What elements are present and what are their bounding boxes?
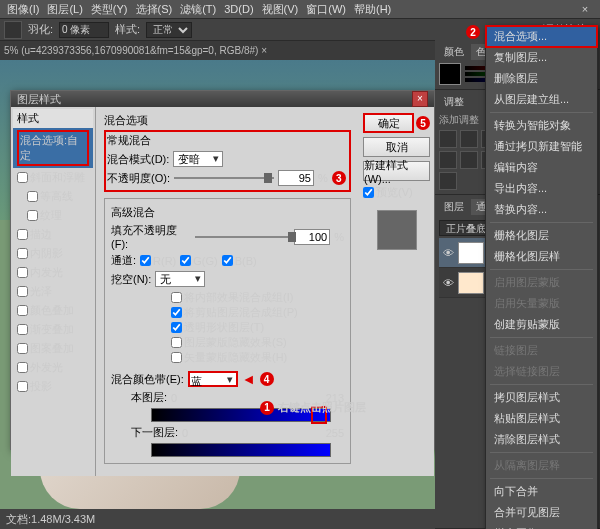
style-contour[interactable]: 等高线 xyxy=(13,187,93,206)
tool-marquee-icon[interactable] xyxy=(4,21,22,39)
foreground-color[interactable] xyxy=(439,63,461,85)
ctx-item[interactable]: 拷贝图层样式 xyxy=(486,387,597,408)
style-select[interactable]: 正常 xyxy=(146,22,192,38)
window-close-button[interactable]: × xyxy=(570,0,600,18)
feather-label: 羽化: xyxy=(28,22,53,37)
annotation-marker-3: 3 xyxy=(332,171,346,185)
visibility-icon[interactable]: 👁 xyxy=(441,277,455,289)
ctx-item[interactable]: 栅格化图层样 xyxy=(486,246,597,267)
blend-mode-select[interactable]: 变暗 xyxy=(173,151,223,167)
tab-layers[interactable]: 图层 xyxy=(439,199,469,215)
menu-item[interactable]: 类型(Y) xyxy=(88,2,131,17)
ctx-item[interactable]: 向下合并 xyxy=(486,481,597,502)
cancel-button[interactable]: 取消 xyxy=(363,137,430,157)
fill-opacity-input[interactable] xyxy=(294,229,330,245)
menu-item[interactable]: 3D(D) xyxy=(221,3,256,15)
layer-thumb[interactable] xyxy=(458,242,484,264)
ctx-item[interactable]: 混合选项... xyxy=(486,26,597,47)
under-layer-gradient[interactable] xyxy=(151,443,331,457)
ctx-item: 启用矢量蒙版 xyxy=(486,293,597,314)
blendif-select[interactable]: 蓝 xyxy=(188,371,238,387)
style-list-head: 样式 xyxy=(13,109,93,128)
dialog-main: 混合选项 常规混合 混合模式(D): 变暗 不透明度(O): % 3 高级混合 xyxy=(96,107,359,476)
ctx-item[interactable]: 创建剪贴蒙版 xyxy=(486,314,597,335)
ctx-item: 链接图层 xyxy=(486,340,597,361)
adv-check-1[interactable]: 将剪贴图层混合成组(P) xyxy=(171,305,298,320)
dialog-close-button[interactable]: × xyxy=(412,91,428,107)
menu-item[interactable]: 滤镜(T) xyxy=(177,2,219,17)
annotation-marker-4: 4 xyxy=(260,372,274,386)
opacity-slider[interactable] xyxy=(174,177,274,179)
tab-adjustments[interactable]: 调整 xyxy=(439,94,469,110)
under-layer-hi: 255 xyxy=(326,427,344,439)
pct-label: % xyxy=(318,172,328,184)
menu-item[interactable]: 图像(I) xyxy=(4,2,42,17)
menu-item[interactable]: 选择(S) xyxy=(133,2,176,17)
ctx-item[interactable]: 替换内容... xyxy=(486,199,597,220)
ctx-item[interactable]: 导出内容... xyxy=(486,178,597,199)
ctx-item[interactable]: 通过拷贝新建智能 xyxy=(486,136,597,157)
ok-button[interactable]: 确定 xyxy=(363,113,414,133)
preview-check[interactable]: 预览(V) xyxy=(363,185,430,200)
channel-r[interactable]: R(R) xyxy=(140,255,176,267)
style-bevel[interactable]: 斜面和浮雕 xyxy=(13,168,93,187)
photo-filter-icon[interactable] xyxy=(439,151,457,169)
adv-check-2[interactable]: 透明形状图层(T) xyxy=(171,320,264,335)
ctx-item[interactable]: 复制图层... xyxy=(486,47,597,68)
adv-check-0[interactable]: 将内部效果混合成组(I) xyxy=(171,290,293,305)
style-inner-shadow[interactable]: 内阴影 xyxy=(13,244,93,263)
dialog-titlebar[interactable]: 图层样式 × xyxy=(11,91,434,107)
visibility-icon[interactable]: 👁 xyxy=(441,247,455,259)
channel-g[interactable]: G(G) xyxy=(180,255,217,267)
selective-color-icon[interactable] xyxy=(439,172,457,190)
menu-item[interactable]: 窗口(W) xyxy=(303,2,349,17)
annotation-text: 1 右键点击照片图层 xyxy=(260,400,366,415)
style-inner-glow[interactable]: 内发光 xyxy=(13,263,93,282)
style-label: 样式: xyxy=(115,22,140,37)
layer-thumb[interactable] xyxy=(458,272,484,294)
ctx-item[interactable]: 删除图层 xyxy=(486,68,597,89)
style-pattern-overlay[interactable]: 图案叠加 xyxy=(13,339,93,358)
feather-input[interactable] xyxy=(59,22,109,38)
style-stroke[interactable]: 描边 xyxy=(13,225,93,244)
annotation-marker-5: 5 xyxy=(416,116,430,130)
style-color-overlay[interactable]: 颜色叠加 xyxy=(13,301,93,320)
knockout-label: 挖空(N): xyxy=(111,272,151,287)
ctx-item[interactable]: 栅格化图层 xyxy=(486,225,597,246)
style-drop-shadow[interactable]: 投影 xyxy=(13,377,93,396)
style-list: 样式 混合选项:自定 斜面和浮雕 等高线 纹理 描边 内阴影 内发光 光泽 颜色… xyxy=(11,107,96,476)
ctx-item[interactable]: 编辑内容 xyxy=(486,157,597,178)
style-gradient-overlay[interactable]: 渐变叠加 xyxy=(13,320,93,339)
levels-icon[interactable] xyxy=(460,130,478,148)
opacity-label: 不透明度(O): xyxy=(107,171,170,186)
menu-item[interactable]: 视图(V) xyxy=(259,2,302,17)
channel-b[interactable]: B(B) xyxy=(222,255,257,267)
this-layer-label: 本图层: xyxy=(131,390,167,405)
menu-item[interactable]: 帮助(H) xyxy=(351,2,394,17)
style-outer-glow[interactable]: 外发光 xyxy=(13,358,93,377)
ctx-item[interactable]: 粘贴图层样式 xyxy=(486,408,597,429)
group-general: 常规混合 xyxy=(107,133,348,148)
group-advanced: 高级混合 xyxy=(111,205,344,220)
new-style-button[interactable]: 新建样式(W)... xyxy=(363,161,430,181)
menu-item[interactable]: 图层(L) xyxy=(44,2,85,17)
document-tab[interactable]: 5% (u=4239373356,1670990081&fm=15&gp=0, … xyxy=(4,45,267,56)
style-texture[interactable]: 纹理 xyxy=(13,206,93,225)
style-satin[interactable]: 光泽 xyxy=(13,282,93,301)
adv-check-4[interactable]: 矢量蒙版隐藏效果(H) xyxy=(171,350,287,365)
ctx-item[interactable]: 转换为智能对象 xyxy=(486,115,597,136)
tab-color[interactable]: 颜色 xyxy=(439,44,469,60)
brightness-icon[interactable] xyxy=(439,130,457,148)
knockout-select[interactable]: 无 xyxy=(155,271,205,287)
channel-mixer-icon[interactable] xyxy=(460,151,478,169)
fill-opacity-slider[interactable] xyxy=(195,236,291,238)
style-blending-options[interactable]: 混合选项:自定 xyxy=(13,128,93,168)
ctx-item[interactable]: 合并可见图层 xyxy=(486,502,597,523)
ctx-item[interactable]: 拼合图像 xyxy=(486,523,597,529)
adv-check-3[interactable]: 图层蒙版隐藏效果(S) xyxy=(171,335,287,350)
opacity-input[interactable] xyxy=(278,170,314,186)
ctx-item[interactable]: 清除图层样式 xyxy=(486,429,597,450)
layer-style-dialog: 图层样式 × 样式 混合选项:自定 斜面和浮雕 等高线 纹理 描边 内阴影 内发… xyxy=(10,90,435,450)
ctx-item[interactable]: 从图层建立组... xyxy=(486,89,597,110)
dialog-button-column: 确定 5 取消 新建样式(W)... 预览(V) xyxy=(359,107,434,476)
